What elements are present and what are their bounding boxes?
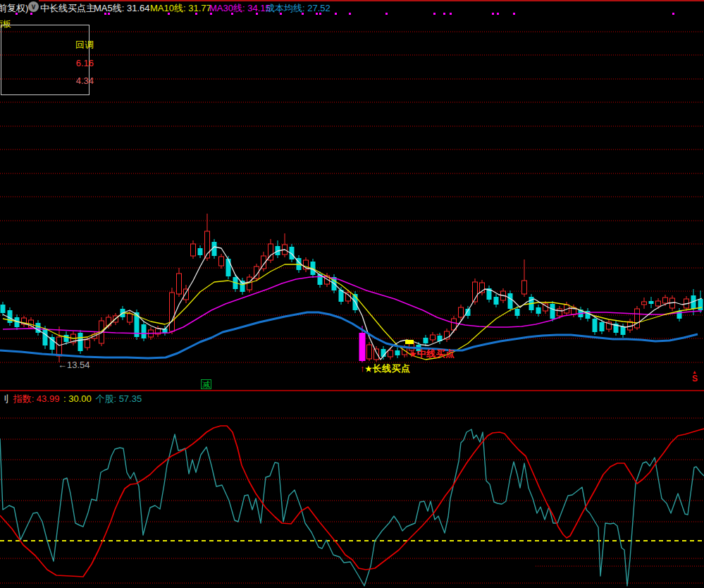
low-price-label: ←13.54 [58,360,90,370]
cost-line-label: 成本均线: [266,3,305,13]
reduce-signal-badge: 减 [201,379,211,389]
ma30-label: MA30线: [209,3,245,13]
chart-canvas[interactable] [0,0,704,588]
panel-value-1: 6.16 [50,58,94,68]
main-kline-chart[interactable] [0,1,704,391]
ma5-value: 31.64 [127,3,150,13]
index-readout: 指数: 43.99 [13,393,60,404]
sub-indicator-chart[interactable] [0,418,704,586]
adjust-mode-label: 前复权) [0,2,28,15]
left-arrow-icon: ← [435,329,443,337]
panel-value-2: 4.34 [50,75,94,86]
ma10-label: MA10线: [150,3,186,13]
up-arrow-icon: ↑ [360,363,365,374]
ma10-readout: MA10线: 31.77 [150,2,211,15]
cost-line-value: 27.52 [307,3,331,13]
ma30-readout: MA30线: 34.15 [209,2,271,15]
mid-buy-signal: ↑★中线买点 [405,348,455,360]
trading-app-window: 前复权) ∨ 中长线买点主 MA5线: 31.64 MA10线: 31.77 M… [0,0,704,588]
ma10-value: 31.77 [188,3,211,13]
sub-indicator-header: 刂 指数: 43.99 : 30.00 个股: 57.35 [0,393,143,405]
clipped-glyph: 刂 [0,393,9,404]
panel-row-huidiao: 回调 [50,39,94,51]
ma5-readout: MA5线: 31.64 [94,2,150,15]
sell-s-marker: S [692,374,698,384]
threshold-readout: : 30.00 [63,393,92,404]
up-arrow-icon: ↑ [405,348,409,359]
indicator-title-bar: 前复权) ∨ 中长线买点主 MA5线: 31.64 MA10线: 31.77 M… [0,0,704,17]
mid-buy-label: 中线买点 [416,348,455,359]
stock-readout: 个股: 57.35 [95,393,142,404]
indicator-name[interactable]: 中长线买点主 [40,2,95,15]
star-icon: ★ [409,350,416,358]
ma5-label: MA5线: [94,3,124,13]
long-buy-signal: ↑★长线买点 [360,362,410,375]
chevron-down-circle-icon[interactable]: ∨ [28,1,39,12]
long-buy-label: 长线买点 [372,363,410,374]
cost-line-readout: 成本均线: 27.52 [266,2,331,15]
star-icon: ★ [365,365,372,373]
